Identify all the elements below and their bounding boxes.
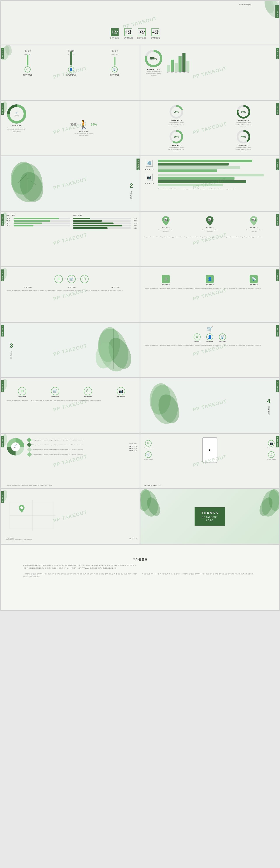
prow-r1: 30%	[73, 218, 137, 219]
chapter-tab-6b: 2장 계획입력	[276, 270, 279, 281]
desc-20: The great pleasure in life is doing what…	[168, 121, 185, 127]
icon-rss: 📡	[112, 66, 118, 72]
pfill-r1	[73, 218, 90, 219]
chapter-4-text-big: 계획입력	[267, 405, 270, 413]
flow-7b-3: 📡 INPUT TITLE	[219, 334, 226, 342]
ricon-2-title: INPUT TITLE	[206, 284, 214, 285]
process-right-labels: INPUT TITLE INPUT TITLE INPUT TITLE INPU…	[130, 443, 137, 451]
svg-text:🛒: 🛒	[15, 444, 17, 447]
slide-7b: PP TAKEOUT 3장 세목입력 🛒 🖥 INPUT TITLE → 👤	[140, 323, 279, 377]
hbar-7	[158, 180, 246, 183]
ptrack-r4	[73, 225, 131, 226]
icon-bars-row: 🏷 👤 📡	[6, 57, 136, 72]
svg-text:60%: 60%	[174, 135, 178, 138]
ptrack-r1	[73, 218, 131, 219]
slide-5b: PP TAKEOUT 2장 계획입력 TITLE INPUT TITLE The…	[140, 212, 279, 267]
chapter-tab-8a: 3장 세목입력	[1, 380, 4, 392]
input-title-right: INPUT TITLE	[79, 131, 88, 132]
ricon-desc-3: The great pleasure in life is doing what…	[223, 287, 261, 289]
progress-left: INPUT TITLE TITLE TITLE TITLE TITLE	[6, 214, 70, 230]
phone-center: 📱	[156, 437, 263, 463]
process-row-4: The great pleasure in life is doing what…	[28, 453, 127, 456]
desc-right: The great pleasure in life is doing what…	[74, 133, 93, 136]
bar-col-5: Q5	[183, 53, 186, 73]
slide-5a: PP TAKEOUT 2장 계획입력 INPUT TITLE TITLE TIT…	[1, 212, 140, 267]
desc-40: The great pleasure in life is doing what…	[235, 146, 252, 152]
left-icons-9b: 🖥 The great pleasure 🛒 The great pleasur…	[144, 440, 153, 460]
bar-c1	[167, 65, 170, 72]
chapter-tab-3b: 1장 세목입력	[276, 103, 279, 115]
chapter-3-text-big: 세목입력	[10, 349, 13, 358]
ricon-1-title: INPUT TITLE	[162, 284, 170, 285]
slide-9b: PP TAKEOUT 4장 계획입력 🖥 The great pleasure …	[140, 434, 279, 488]
flow-desc-3: The great pleasure in life is doing what…	[85, 289, 123, 291]
label-1: 내용입력	[24, 50, 31, 52]
icon-bar-1: 🏷	[25, 55, 31, 72]
person-icon: 🚶	[78, 120, 89, 129]
prow-3: TITLE	[6, 222, 70, 224]
icons-4-row: 🖥 INPUT TITLE 🛒 INPUT TITLE ⏱ INPUT TITL…	[6, 387, 137, 397]
flow-7b-1: 🖥 INPUT TITLE	[194, 334, 201, 342]
slide-9a-bottom: The great pleasure in life is doing what…	[6, 484, 137, 486]
flow-7b-desc-row: The great pleasure in life is doing what…	[144, 345, 276, 346]
process-row-1: The great pleasure in life is doing what…	[28, 438, 127, 442]
hbar-group-2	[158, 174, 276, 186]
process-row-3: The great pleasure in life is doing what…	[28, 448, 127, 452]
enter-title-40: ENTER TITLE	[238, 144, 249, 146]
leaf-thanks-left	[140, 489, 167, 518]
icons-4-desc-row: The great pleasure in life is doing what…	[6, 400, 137, 401]
process-row-2: The great pleasure in life is doing what…	[28, 443, 127, 446]
chapter-tab-2b: 1장 세목입력	[276, 48, 279, 59]
slide-7b-content: 🛒 🖥 INPUT TITLE → 👤 INPUT TITLE → �	[140, 323, 279, 350]
leaf-cluster-7a	[91, 325, 135, 375]
slide-thanks: THANKS PP TAKEOUT LOGO	[140, 489, 279, 544]
row-1: PP TAKEOUT CONTEN 목차 1장 업무주행상담 2장 업무주행상담…	[1, 1, 279, 44]
flow-7b-title-3: INPUT TITLE	[219, 341, 226, 342]
right-person-group: 36% 🚶 64% INPUT TITLE The great pleasure…	[30, 103, 137, 153]
pin-2: TITLE INPUT TITLE The great pleasure in …	[201, 215, 219, 233]
flow-titles-row: INPUT TITLE INPUT TITLE INPUT TITLE	[6, 286, 137, 288]
chapter-boxes: 1장 업무주행상담 2장 업무주행상담 3장 업무주행상담 4장 업무주행상담	[110, 28, 160, 39]
chapter-tab-4b: 2장 계획입력	[276, 158, 279, 170]
bar-1	[27, 55, 28, 65]
bar-c5	[183, 53, 186, 72]
diamond-1	[27, 438, 32, 443]
slide-8b: PP TAKEOUT 4 계획입력 4장 계획입력	[140, 378, 279, 433]
slide-cover: PP TAKEOUT CONTEN 목차 1장 업무주행상담 2장 업무주행상담…	[1, 1, 279, 44]
bar-c6	[186, 61, 190, 72]
li-9b-1-desc: The great pleasure	[144, 447, 153, 449]
flow-icons-row: 🖥 › 🛒 › ⏱	[6, 275, 137, 283]
input-titles-row: INPUT TITLE INPUT TITLE INPUT TITLE	[6, 74, 136, 76]
map-pin-main	[18, 504, 25, 514]
slide-5a-content: INPUT TITLE TITLE TITLE TITLE TITLE	[1, 212, 140, 232]
chapter-tab-9b: 4장 계획입력	[276, 436, 279, 447]
leaf-8b-svg	[145, 380, 184, 428]
li-9b-1: 🖥 The great pleasure	[144, 440, 153, 449]
chapter-right-tab: 1 세목입력	[275, 5, 279, 18]
chapter-4: 4장 업무주행상담	[151, 28, 160, 39]
ptrack-r5	[73, 227, 131, 229]
icon4-desc-1: The great pleasure in life is doing what	[6, 400, 28, 401]
chapter-2-num: 2장	[124, 28, 132, 36]
chapter-tab-5b: 2장 계획입력	[276, 214, 279, 225]
slide-6a-content: 🖥 › 🛒 › ⏱ INPUT TITLE INPUT TITLE INPUT …	[1, 267, 140, 293]
pr-label-3: INPUT TITLE	[130, 448, 137, 449]
chapter-tab-8b: 4장 계획입력	[276, 380, 279, 392]
pval-r2: 50%	[132, 220, 137, 222]
flow-7b-row: 🖥 INPUT TITLE → 👤 INPUT TITLE → 📡 INPUT …	[144, 334, 276, 342]
chapter-tab-7a: 3장 세목입력	[1, 325, 4, 337]
pin-desc-2: The great pleasure in life is doing what…	[184, 236, 222, 238]
chapter-4-num: 4장	[151, 28, 159, 36]
leaf-thanks-right	[253, 489, 279, 518]
watermark: PP TAKEOUT	[122, 16, 158, 30]
flow-7b-icon-3: 📡	[219, 334, 226, 340]
row-11: 저작권 공고 이 프레젠테이션 템플릿은 PPTakeout에서 제공하는 저작…	[1, 545, 279, 610]
process-text-1: The great pleasure in life is doing what…	[32, 439, 83, 441]
bar-chart-right: Q1 Q2 Q3 Q4	[167, 49, 276, 76]
chapter-2-text: 업무주행상담	[123, 37, 133, 39]
footer-col-2-text: 자세한 내용은 PPTakeout 웹사이트를 방문해 주세요. 감사합니다. …	[142, 573, 257, 575]
phone-inner: 📱	[209, 449, 211, 451]
map-pin-svg	[18, 504, 25, 513]
flow-desc-1: The great pleasure in life is doing what…	[6, 289, 44, 291]
desc-4b-1: The great pleasure in life is doing what…	[158, 188, 196, 190]
